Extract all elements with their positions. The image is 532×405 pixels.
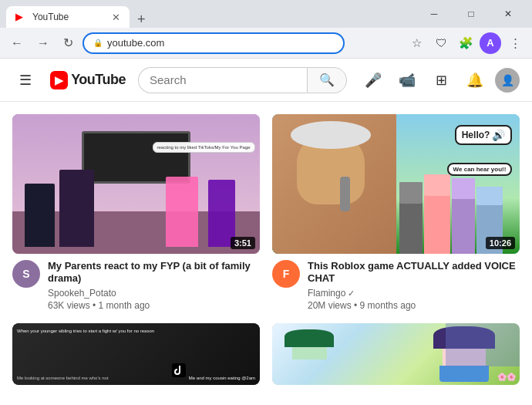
video-thumbnail: When your younger sibling tries to start… xyxy=(12,323,260,385)
address-input-wrap[interactable]: 🔒 xyxy=(82,32,345,54)
browser-profile-button[interactable]: A xyxy=(480,32,501,54)
tab-title: YouTube xyxy=(32,12,69,22)
youtube-logo[interactable]: ▶ YouTube xyxy=(50,71,126,89)
video-card[interactable]: 🌸🌸 xyxy=(272,323,520,385)
hamburger-menu-icon[interactable]: ☰ xyxy=(12,66,38,94)
title-bar: ▶ YouTube ✕ + ─ □ ✕ xyxy=(0,0,532,28)
video-info: S My Parents react to my FYP (a bit of f… xyxy=(12,260,260,312)
maximize-button[interactable]: □ xyxy=(453,0,489,28)
channel-avatar: F xyxy=(272,260,300,288)
minimize-button[interactable]: ─ xyxy=(416,0,452,28)
close-button[interactable]: ✕ xyxy=(490,0,526,28)
video-meta: This Roblox game ACTUALLY added VOICE CH… xyxy=(308,260,520,312)
search-icon: 🔍 xyxy=(319,73,335,87)
video-duration: 3:51 xyxy=(231,237,255,249)
video-grid: reacting to my liked TikToks/My For You … xyxy=(0,102,532,385)
video-card[interactable]: Hello? 🔊 We can hear you!! xyxy=(272,114,520,311)
microphone-icon[interactable]: 🎤 xyxy=(359,66,387,94)
video-thumbnail: reacting to my liked TikToks/My For You … xyxy=(12,114,260,254)
search-input[interactable] xyxy=(138,67,307,93)
video-duration: 10:26 xyxy=(486,237,515,249)
tab-close-button[interactable]: ✕ xyxy=(112,12,120,23)
video-info: F This Roblox game ACTUALLY added VOICE … xyxy=(272,260,520,312)
browser-menu-button[interactable]: ⋮ xyxy=(504,32,526,54)
lock-icon: 🔒 xyxy=(93,39,103,47)
tab-favicon: ▶ xyxy=(15,11,28,23)
bookmark-icon[interactable]: ☆ xyxy=(406,32,427,54)
address-bar-icons: ☆ 🛡 🧩 A ⋮ xyxy=(406,32,526,54)
video-thumbnail: 🌸🌸 xyxy=(272,323,520,385)
video-stats: 63K views • 1 month ago xyxy=(48,300,260,311)
notifications-bell-icon[interactable]: 🔔 xyxy=(461,66,489,94)
youtube-logo-text: YouTube xyxy=(71,72,126,88)
apps-grid-icon[interactable]: ⊞ xyxy=(427,66,455,94)
video-card[interactable]: When your younger sibling tries to start… xyxy=(12,323,260,385)
new-tab-button[interactable]: + xyxy=(133,12,150,28)
active-tab[interactable]: ▶ YouTube ✕ xyxy=(6,6,130,28)
verified-checkmark-icon: ✓ xyxy=(348,289,355,299)
address-bar: ← → ↻ 🔒 ☆ 🛡 🧩 A ⋮ xyxy=(0,28,532,59)
refresh-button[interactable]: ↻ xyxy=(59,32,78,53)
search-button[interactable]: 🔍 xyxy=(307,67,347,93)
video-thumbnail: Hello? 🔊 We can hear you!! xyxy=(272,114,520,254)
channel-name: Flamingo ✓ xyxy=(308,288,520,299)
header-right-icons: 🎤 📹 ⊞ 🔔 👤 xyxy=(359,66,520,94)
youtube-header: ☰ ▶ YouTube 🔍 🎤 📹 ⊞ 🔔 👤 xyxy=(0,59,532,102)
shield-icon[interactable]: 🛡 xyxy=(430,32,452,54)
video-camera-icon[interactable]: 📹 xyxy=(393,66,421,94)
channel-name: Spookeh_Potato xyxy=(48,288,260,299)
video-meta: My Parents react to my FYP (a bit of fam… xyxy=(48,260,260,312)
youtube-logo-icon: ▶ xyxy=(50,71,68,89)
address-input[interactable] xyxy=(107,37,334,49)
user-avatar[interactable]: 👤 xyxy=(495,68,520,93)
video-title: This Roblox game ACTUALLY added VOICE CH… xyxy=(308,260,520,286)
channel-avatar: S xyxy=(12,260,40,288)
back-button[interactable]: ← xyxy=(6,33,28,53)
video-card[interactable]: reacting to my liked TikToks/My For You … xyxy=(12,114,260,311)
youtube-app: ☰ ▶ YouTube 🔍 🎤 📹 ⊞ 🔔 👤 xyxy=(0,59,532,405)
extensions-icon[interactable]: 🧩 xyxy=(455,32,476,54)
search-bar: 🔍 xyxy=(138,67,347,93)
video-stats: 20M views • 9 months ago xyxy=(308,300,520,311)
tab-bar: ▶ YouTube ✕ + xyxy=(6,0,150,28)
video-title: My Parents react to my FYP (a bit of fam… xyxy=(48,260,260,286)
window-controls: ─ □ ✕ xyxy=(416,0,526,28)
forward-button[interactable]: → xyxy=(32,33,54,53)
